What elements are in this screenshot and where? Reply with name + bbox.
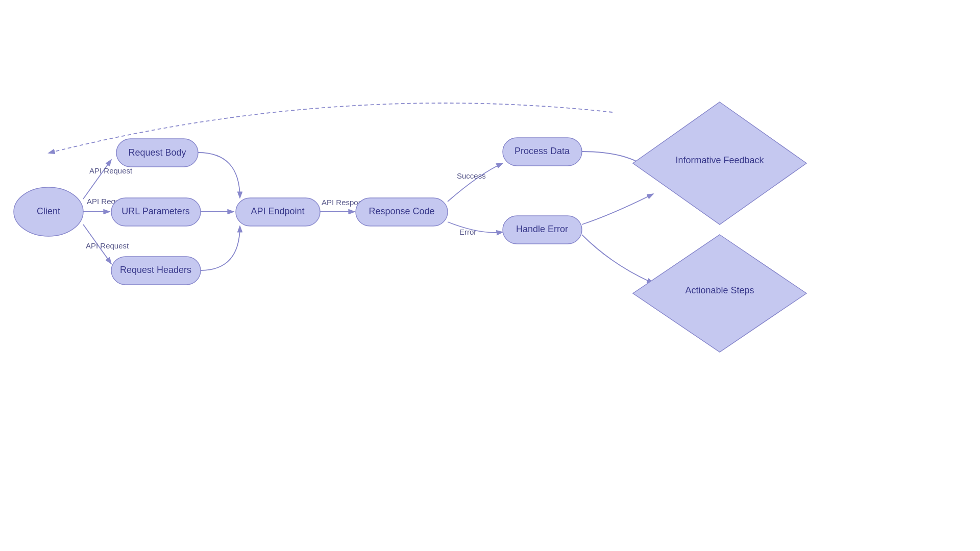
edge-rb-api (198, 153, 240, 198)
edge-he-if (582, 194, 653, 224)
response-code-label: Response Code (369, 206, 434, 216)
diagram-canvas: Client API Request API Request API Reque… (0, 0, 980, 551)
informative-feedback-label: Informative Feedback (675, 155, 764, 165)
request-headers-label: Request Headers (120, 265, 191, 275)
edge-rc-pd (448, 163, 503, 202)
edge-label-client-rh: API Request (86, 241, 129, 250)
handle-error-label: Handle Error (516, 224, 568, 234)
client-label: Client (37, 206, 60, 216)
url-params-label: URL Parameters (121, 206, 189, 216)
edge-label-client-rb: API Request (89, 166, 133, 175)
edge-label-error: Error (459, 228, 476, 236)
request-body-label: Request Body (128, 147, 186, 158)
process-data-label: Process Data (514, 146, 570, 156)
edge-rh-api (201, 226, 240, 270)
edge-label-success: Success (457, 171, 486, 180)
edge-client-rb (83, 160, 111, 199)
actionable-steps-label: Actionable Steps (685, 285, 754, 295)
edge-he-as (582, 235, 653, 283)
api-endpoint-label: API Endpoint (251, 206, 304, 216)
